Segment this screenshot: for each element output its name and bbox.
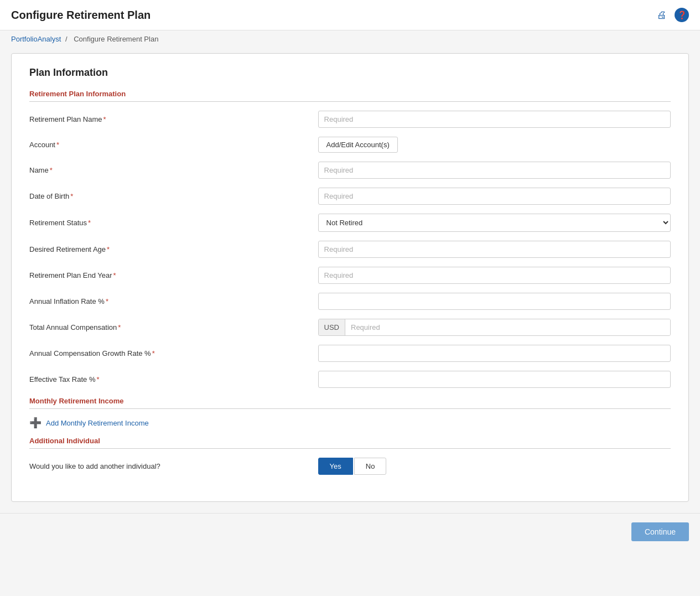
field-row-total-annual-compensation: Total Annual Compensation* USD	[29, 319, 671, 336]
add-income-icon: ➕	[29, 418, 42, 428]
control-desired-retirement-age	[318, 241, 671, 258]
field-row-inflation-rate: Annual Inflation Rate %* 3	[29, 293, 671, 310]
field-row-dob: Date of Birth*	[29, 188, 671, 205]
field-row-name: Name*	[29, 162, 671, 179]
control-compensation-growth-rate: 3	[318, 345, 671, 362]
add-edit-account-button[interactable]: Add/Edit Account(s)	[318, 137, 398, 153]
add-individual-row: Would you like to add another individual…	[29, 458, 671, 475]
main-content: Plan Information Retirement Plan Informa…	[0, 48, 700, 513]
add-individual-question: Would you like to add another individual…	[29, 462, 318, 470]
yes-button[interactable]: Yes	[318, 458, 353, 475]
continue-button[interactable]: Continue	[631, 522, 689, 541]
label-name: Name*	[29, 166, 318, 174]
required-star-end-year: *	[113, 271, 116, 279]
add-income-row: ➕ Add Monthly Retirement Income	[29, 418, 671, 428]
control-account: Add/Edit Account(s)	[318, 137, 671, 153]
form-card: Plan Information Retirement Plan Informa…	[11, 53, 689, 502]
breadcrumb-separator: /	[65, 35, 68, 43]
plan-name-input[interactable]	[318, 111, 671, 128]
breadcrumb: PortfolioAnalyst / Configure Retirement …	[0, 30, 700, 48]
field-row-effective-tax-rate: Effective Tax Rate %* 20	[29, 371, 671, 388]
desired-retirement-age-input[interactable]	[318, 241, 671, 258]
effective-tax-rate-input[interactable]: 20	[318, 371, 671, 388]
form-section-title: Plan Information	[29, 67, 671, 79]
name-input[interactable]	[318, 162, 671, 179]
section-divider-3	[29, 448, 671, 449]
label-inflation-rate: Annual Inflation Rate %*	[29, 297, 318, 305]
required-star-compensation: *	[118, 323, 121, 331]
yes-no-button-group: Yes No	[318, 458, 671, 475]
compensation-growth-rate-input[interactable]: 3	[318, 345, 671, 362]
required-star-name: *	[50, 166, 53, 174]
control-plan-end-year	[318, 267, 671, 284]
monthly-retirement-income-section: Monthly Retirement Income ➕ Add Monthly …	[29, 397, 671, 428]
label-total-annual-compensation: Total Annual Compensation*	[29, 323, 318, 331]
field-row-account: Account* Add/Edit Account(s)	[29, 137, 671, 153]
control-inflation-rate: 3	[318, 293, 671, 310]
required-star: *	[103, 115, 106, 123]
control-dob	[318, 188, 671, 205]
field-row-compensation-growth-rate: Annual Compensation Growth Rate %* 3	[29, 345, 671, 362]
field-row-desired-retirement-age: Desired Retirement Age*	[29, 241, 671, 258]
no-button[interactable]: No	[354, 458, 387, 475]
currency-prefix: USD	[319, 319, 345, 335]
retirement-plan-section-header: Retirement Plan Information	[29, 90, 671, 98]
footer-bar: Continue	[0, 513, 700, 550]
control-retirement-status: Not Retired Retired	[318, 214, 671, 232]
label-compensation-growth-rate: Annual Compensation Growth Rate %*	[29, 349, 318, 357]
yes-no-control: Yes No	[318, 458, 671, 475]
monthly-retirement-income-header: Monthly Retirement Income	[29, 397, 671, 405]
required-star-tax: *	[96, 375, 99, 383]
plan-end-year-input[interactable]	[318, 267, 671, 284]
label-desired-retirement-age: Desired Retirement Age*	[29, 245, 318, 253]
header-icons: 🖨 ❓	[655, 8, 689, 22]
additional-individual-section: Additional Individual Would you like to …	[29, 437, 671, 475]
required-star-inflation: *	[106, 297, 108, 305]
label-plan-name: Retirement Plan Name*	[29, 115, 318, 123]
header-bar: Configure Retirement Plan 🖨 ❓	[0, 0, 700, 30]
add-monthly-income-link[interactable]: Add Monthly Retirement Income	[46, 419, 149, 427]
required-star-age: *	[107, 245, 110, 253]
breadcrumb-parent[interactable]: PortfolioAnalyst	[11, 35, 61, 43]
control-effective-tax-rate: 20	[318, 371, 671, 388]
label-account: Account*	[29, 141, 318, 149]
total-annual-compensation-input[interactable]	[345, 319, 670, 335]
label-dob: Date of Birth*	[29, 192, 318, 200]
section-divider-2	[29, 408, 671, 409]
required-star-account: *	[56, 141, 59, 149]
field-row-retirement-status: Retirement Status* Not Retired Retired	[29, 214, 671, 232]
field-row-plan-end-year: Retirement Plan End Year*	[29, 267, 671, 284]
inflation-rate-input[interactable]: 3	[318, 293, 671, 310]
retirement-plan-section: Retirement Plan Information Retirement P…	[29, 90, 671, 388]
control-total-annual-compensation: USD	[318, 319, 671, 336]
field-row-plan-name: Retirement Plan Name*	[29, 111, 671, 128]
breadcrumb-current: Configure Retirement Plan	[74, 35, 158, 43]
label-retirement-status: Retirement Status*	[29, 219, 318, 227]
label-plan-end-year: Retirement Plan End Year*	[29, 271, 318, 279]
required-star-growth: *	[152, 349, 155, 357]
retirement-status-select[interactable]: Not Retired Retired	[318, 214, 671, 232]
control-name	[318, 162, 671, 179]
page-title: Configure Retirement Plan	[11, 9, 151, 22]
print-icon[interactable]: 🖨	[655, 8, 669, 22]
dob-input[interactable]	[318, 188, 671, 205]
control-plan-name	[318, 111, 671, 128]
compensation-input-group: USD	[318, 319, 671, 336]
additional-individual-header: Additional Individual	[29, 437, 671, 445]
label-effective-tax-rate: Effective Tax Rate %*	[29, 375, 318, 383]
section-divider-1	[29, 101, 671, 102]
required-star-status: *	[88, 219, 91, 227]
required-star-dob: *	[70, 192, 73, 200]
help-icon[interactable]: ❓	[675, 8, 689, 22]
